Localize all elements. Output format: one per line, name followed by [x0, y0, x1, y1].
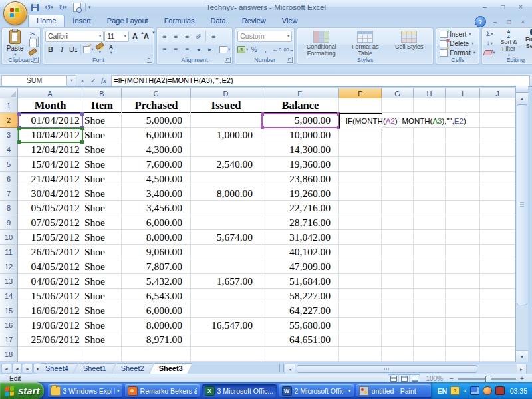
- cell-A14[interactable]: 15/06/2012: [18, 289, 82, 303]
- cell-B6[interactable]: Shoe: [82, 172, 122, 186]
- cell-H16[interactable]: [414, 318, 446, 332]
- cell-D9[interactable]: [191, 215, 261, 230]
- cell-C1[interactable]: Prchased: [122, 98, 191, 113]
- row-header-3[interactable]: 3: [0, 128, 18, 142]
- language-indicator[interactable]: EN: [438, 387, 448, 395]
- cell-B5[interactable]: Shoe: [82, 157, 122, 172]
- clock[interactable]: 03:35: [510, 387, 527, 395]
- cell-D5[interactable]: 2,540.00: [191, 157, 261, 172]
- cell-G6[interactable]: [382, 172, 414, 186]
- scroll-down-button[interactable]: ▼: [516, 350, 528, 362]
- cell-F4[interactable]: [339, 142, 382, 157]
- enter-button[interactable]: ✓: [88, 76, 98, 86]
- cell-H14[interactable]: [414, 289, 446, 303]
- autosum-button[interactable]: Σ▾: [484, 29, 495, 38]
- cell-F16[interactable]: [339, 318, 382, 332]
- paste-button[interactable]: Paste ▾: [4, 29, 26, 57]
- formula-ref-e2[interactable]: [261, 113, 340, 128]
- close-button[interactable]: ×: [515, 2, 527, 12]
- row-header-10[interactable]: 10: [0, 230, 18, 245]
- messenger-icon[interactable]: [483, 386, 492, 395]
- cell-C13[interactable]: 5,432.00: [122, 274, 191, 289]
- zoom-in-button[interactable]: +: [519, 375, 525, 382]
- cell-C5[interactable]: 7,600.00: [122, 157, 191, 172]
- accounting-format-button[interactable]: $▾: [237, 44, 248, 55]
- cell-F17[interactable]: [339, 332, 382, 347]
- cell-C14[interactable]: 6,543.00: [122, 289, 191, 303]
- insert-function-button[interactable]: fx: [99, 76, 108, 86]
- cell-J8[interactable]: [480, 201, 515, 215]
- taskbar-button-app[interactable]: Remarko Bekers &...: [125, 384, 200, 397]
- cell-E6[interactable]: 23,860.00: [261, 172, 339, 186]
- decrease-indent-button[interactable]: ◄: [193, 44, 203, 55]
- underline-button[interactable]: U▾: [68, 44, 78, 55]
- column-header-h[interactable]: H: [414, 88, 446, 99]
- network-icon[interactable]: [470, 386, 479, 395]
- orientation-button[interactable]: ab: [191, 29, 205, 43]
- cell-G7[interactable]: [382, 186, 414, 201]
- cell-D3[interactable]: 1,000.00: [191, 128, 261, 142]
- taskbar-button-excel[interactable]: 3 Microsoft Offic...: [202, 384, 277, 397]
- column-header-b[interactable]: B: [82, 88, 122, 99]
- cell-J16[interactable]: [480, 318, 515, 332]
- tab-insert[interactable]: Insert: [65, 15, 99, 27]
- cell-E17[interactable]: 64,651.00: [261, 332, 339, 347]
- cell-C11[interactable]: 9,060.00: [122, 245, 191, 259]
- align-middle-button[interactable]: ≡: [170, 31, 181, 41]
- cell-J14[interactable]: [480, 289, 515, 303]
- zoom-level[interactable]: 100%: [426, 375, 443, 382]
- cell-B10[interactable]: Shoe: [82, 230, 122, 245]
- cell-A9[interactable]: 07/05/2012: [18, 215, 82, 230]
- percent-style-button[interactable]: %: [249, 44, 259, 55]
- cell-A1[interactable]: Month: [18, 98, 82, 113]
- row-header-17[interactable]: 17: [0, 332, 18, 347]
- cell-G14[interactable]: [382, 289, 414, 303]
- cell-H5[interactable]: [414, 157, 446, 172]
- cell-G5[interactable]: [382, 157, 414, 172]
- cell-I14[interactable]: [446, 289, 480, 303]
- cell-C17[interactable]: 8,971.00: [122, 332, 191, 347]
- cell-C3[interactable]: 6,000.00: [122, 128, 191, 142]
- cell-C16[interactable]: 8,000.00: [122, 318, 191, 332]
- cell-C10[interactable]: 8,000.00: [122, 230, 191, 245]
- first-sheet-button[interactable]: ◄: [1, 364, 11, 374]
- align-right-button[interactable]: ≡: [182, 44, 192, 55]
- cell-D11[interactable]: [191, 245, 261, 259]
- cell-A13[interactable]: 04/06/2012: [18, 274, 82, 289]
- cell-J7[interactable]: [480, 186, 515, 201]
- cell-A5[interactable]: 15/04/2012: [18, 157, 82, 172]
- restore-button[interactable]: □: [497, 2, 509, 12]
- cell-H13[interactable]: [414, 274, 446, 289]
- cell-A7[interactable]: 30/04/2012: [18, 186, 82, 201]
- cell-B13[interactable]: Shoe: [82, 274, 122, 289]
- dropdown-arrow-icon[interactable]: ▾: [469, 31, 471, 37]
- number-format-combo[interactable]: Custom▾: [237, 31, 292, 42]
- tab-scrollbar-splitter[interactable]: [279, 364, 284, 372]
- row-header-2[interactable]: 2: [0, 113, 18, 128]
- cell-E9[interactable]: 28,716.00: [261, 215, 339, 230]
- row-header-11[interactable]: 11: [0, 245, 18, 259]
- cell-D14[interactable]: [191, 289, 261, 303]
- tab-data[interactable]: Data: [202, 15, 233, 27]
- cell-H18[interactable]: [414, 347, 446, 362]
- borders-button[interactable]: ▾: [83, 44, 94, 55]
- cell-I7[interactable]: [446, 186, 480, 201]
- cell-B12[interactable]: Shoe: [82, 259, 122, 274]
- cell-F14[interactable]: [339, 289, 382, 303]
- select-all-button[interactable]: [0, 88, 18, 99]
- cell-E14[interactable]: 58,227.00: [261, 289, 339, 303]
- cell-E15[interactable]: 64,227.00: [261, 303, 339, 318]
- normal-view-button[interactable]: [388, 375, 398, 382]
- row-header-6[interactable]: 6: [0, 172, 18, 186]
- wrap-text-button[interactable]: ≡: [208, 31, 219, 41]
- cell-B17[interactable]: Shoe: [82, 332, 122, 347]
- cell-I12[interactable]: [446, 259, 480, 274]
- row-header-4[interactable]: 4: [0, 142, 18, 157]
- cell-C8[interactable]: 3,456.00: [122, 201, 191, 215]
- dropdown-arrow-icon[interactable]: ▾: [75, 47, 77, 52]
- cell-E8[interactable]: 22,716.00: [261, 201, 339, 215]
- taskbar-button-paint[interactable]: untitled - Paint: [356, 384, 431, 397]
- cell-C4[interactable]: 4,300.00: [122, 142, 191, 157]
- cell-J10[interactable]: [480, 230, 515, 245]
- cell-C6[interactable]: 4,500.00: [122, 172, 191, 186]
